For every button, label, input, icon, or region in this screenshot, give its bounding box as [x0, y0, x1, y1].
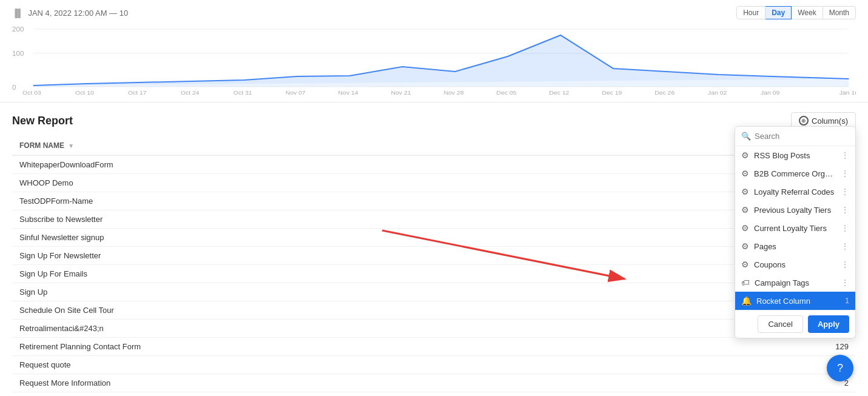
cell-form-name: TestODPForm-Name	[12, 192, 687, 210]
three-dots-icon: ⋮	[841, 241, 849, 251]
cell-form-name: Retroalimentaci&#243;n	[12, 320, 687, 338]
col-form-name-header[interactable]: FORM NAME ▼	[12, 136, 687, 155]
table-row: Sign Up For Emails 105	[12, 265, 856, 283]
cell-form-name: WHOOP Demo	[12, 174, 687, 192]
table-row: Sign Up For Newsletter 54	[12, 247, 856, 265]
cell-form-name: Request quote	[12, 356, 687, 374]
three-dots-icon: ⋮	[841, 260, 849, 269]
help-icon: ?	[837, 362, 843, 375]
svg-marker-6	[33, 35, 849, 87]
dropdown-item[interactable]: ⚙ B2B Commerce Organziat... ⋮	[735, 164, 855, 183]
chart-svg: 200 100 0 Oct 03 Oct 10 Oct 17 Oct 24 Oc…	[12, 23, 856, 96]
gear-icon: ⚙	[741, 187, 749, 196]
columns-label: Column(s)	[812, 116, 848, 126]
columns-icon: ⊕	[799, 116, 809, 126]
dropdown-search-input[interactable]	[755, 132, 849, 141]
dropdown-item[interactable]: 🔔 Rocket Column 1	[735, 292, 855, 310]
apply-button[interactable]: Apply	[808, 315, 849, 333]
table-row: Request quote 16	[12, 356, 856, 374]
bar-chart-icon: ▐▌	[12, 8, 23, 18]
time-btn-week[interactable]: Week	[792, 6, 823, 19]
cell-form-name: WhitepaperDownloadForm	[12, 155, 687, 174]
cell-form-name: Request More Information	[12, 374, 687, 392]
dropdown-item[interactable]: ⚙ Previous Loyalty Tiers ⋮	[735, 201, 855, 219]
table-row: Retirement Planning Contact Form 129	[12, 338, 856, 356]
report-table: FORM NAME ▼ 👤 ALL EVENTS ▼ WhitepaperDow…	[12, 136, 856, 396]
table-row: TestODPForm-Name 1	[12, 192, 856, 210]
chart-header: ▐▌ JAN 4, 2022 12:00 AM — 10 Hour Day We…	[12, 6, 856, 19]
time-btn-day[interactable]: Day	[765, 6, 792, 19]
dropdown-item[interactable]: ⚙ Pages ⋮	[735, 237, 855, 255]
table-row: Sinful Newsletter signup 41	[12, 229, 856, 247]
dropdown-footer: Cancel Apply	[735, 310, 855, 338]
report-header: New Report ⊕ Column(s)	[12, 112, 856, 129]
page-wrapper: ▐▌ JAN 4, 2022 12:00 AM — 10 Hour Day We…	[0, 0, 868, 396]
item-label: Previous Loyalty Tiers	[754, 206, 836, 215]
cell-form-name: Sinful Newsletter signup	[12, 229, 687, 247]
three-dots-icon: ⋮	[841, 278, 849, 287]
item-label: Rocket Column	[756, 297, 840, 306]
gear-icon: ⚙	[741, 169, 749, 178]
svg-text:Nov 14: Nov 14	[338, 90, 359, 96]
table-row: Schedule On Site Cell Tour 39	[12, 301, 856, 320]
svg-text:Jan 16: Jan 16	[839, 90, 856, 96]
cell-form-name: Retirement Planning Contact Form	[12, 338, 687, 356]
search-icon: 🔍	[741, 132, 751, 141]
sort-icon: ▼	[68, 143, 74, 149]
svg-text:Dec 19: Dec 19	[602, 90, 622, 96]
three-dots-icon: ⋮	[841, 205, 849, 215]
svg-text:Nov 21: Nov 21	[391, 90, 411, 96]
chart-date-label: JAN 4, 2022 12:00 AM — 10	[28, 8, 128, 18]
table-header-row: FORM NAME ▼ 👤 ALL EVENTS ▼	[12, 136, 856, 155]
svg-text:Oct 03: Oct 03	[22, 90, 41, 96]
item-label: B2B Commerce Organziat...	[754, 169, 836, 178]
dropdown-item[interactable]: 🏷 Campaign Tags ⋮	[735, 274, 855, 292]
help-button[interactable]: ?	[827, 355, 853, 381]
cell-form-name: Sign Up For Newsletter	[12, 247, 687, 265]
svg-text:100: 100	[12, 50, 24, 57]
cell-form-name: Subscribe to Newsletter	[12, 210, 687, 229]
dropdown-item[interactable]: ⚙ RSS Blog Posts ⋮	[735, 146, 855, 164]
svg-text:Oct 10: Oct 10	[75, 90, 94, 96]
item-label: Pages	[754, 242, 836, 251]
chart-title: ▐▌ JAN 4, 2022 12:00 AM — 10	[12, 8, 128, 18]
three-dots-icon: ⋮	[841, 150, 849, 160]
item-label: Campaign Tags	[755, 278, 836, 287]
svg-text:Nov 07: Nov 07	[286, 90, 306, 96]
cell-form-name: Schedule On Site Cell Tour	[12, 301, 687, 320]
item-label: Current Loyalty Tiers	[754, 224, 836, 233]
cancel-button[interactable]: Cancel	[758, 315, 802, 333]
svg-text:Oct 24: Oct 24	[181, 90, 200, 96]
gear-icon: ⚙	[741, 223, 749, 233]
table-row: WHOOP Demo 1	[12, 174, 856, 192]
bell-icon: 🔔	[741, 296, 752, 306]
report-title: New Report	[12, 115, 73, 127]
item-label: Loyalty Referral Codes	[754, 187, 836, 196]
dropdown-item[interactable]: ⚙ Current Loyalty Tiers ⋮	[735, 219, 855, 237]
svg-text:Oct 17: Oct 17	[128, 90, 147, 96]
table-row: Request More Information 2	[12, 374, 856, 392]
chart-area: ▐▌ JAN 4, 2022 12:00 AM — 10 Hour Day We…	[0, 0, 868, 102]
table-row: Retroalimentaci&#243;n 6	[12, 320, 856, 338]
table-row: Subscribe to Newsletter 2	[12, 210, 856, 229]
svg-text:200: 200	[12, 26, 24, 33]
table-row: Request A Demo 82	[12, 392, 856, 397]
table-body: WhitepaperDownloadForm 5 WHOOP Demo 1 Te…	[12, 155, 856, 396]
svg-text:Nov 28: Nov 28	[443, 90, 463, 96]
cell-form-name: Request A Demo	[12, 392, 687, 397]
table-row: WhitepaperDownloadForm 5	[12, 155, 856, 174]
gear-icon: ⚙	[741, 150, 749, 160]
three-dots-icon: ⋮	[841, 223, 849, 233]
dropdown-item[interactable]: ⚙ Coupons ⋮	[735, 255, 855, 274]
item-count: 1	[845, 297, 849, 305]
dropdown-list: ⚙ RSS Blog Posts ⋮ ⚙ B2B Commerce Organz…	[735, 146, 855, 310]
time-btn-hour[interactable]: Hour	[736, 6, 765, 19]
tag-icon: 🏷	[741, 278, 750, 287]
svg-text:Dec 26: Dec 26	[654, 90, 675, 96]
svg-text:Jan 02: Jan 02	[708, 90, 727, 96]
time-btn-month[interactable]: Month	[823, 6, 856, 19]
dropdown-item[interactable]: ⚙ Loyalty Referral Codes ⋮	[735, 183, 855, 201]
item-label: Coupons	[754, 260, 836, 269]
dropdown-panel: 🔍 ⚙ RSS Blog Posts ⋮ ⚙ B2B Commerce Orga…	[735, 126, 856, 338]
gear-icon: ⚙	[741, 205, 749, 215]
